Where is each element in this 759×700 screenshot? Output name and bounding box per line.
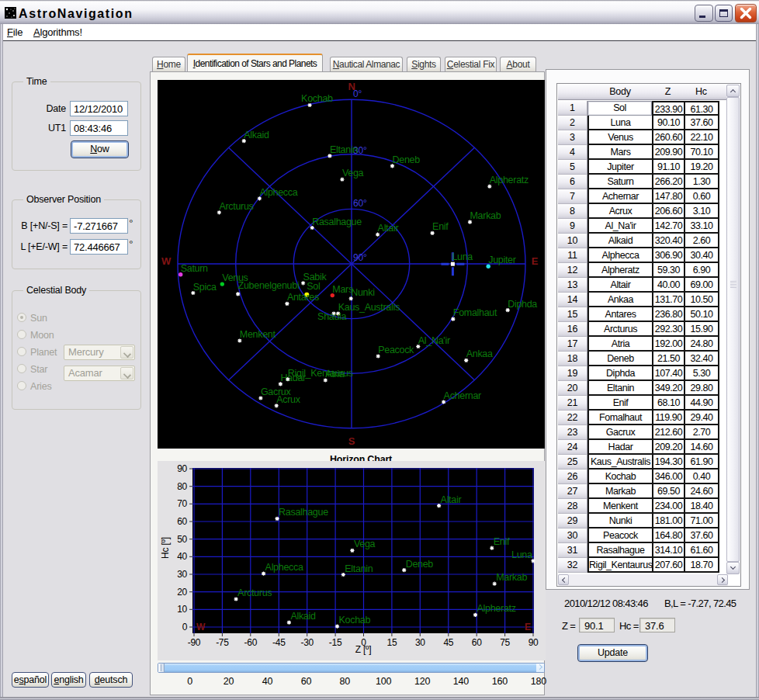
svg-text:Hc [º]: Hc [º]: [160, 537, 171, 559]
svg-text:Alpheratz: Alpheratz: [490, 175, 529, 185]
svg-text:E: E: [525, 622, 531, 632]
svg-text:0: 0: [182, 622, 188, 632]
svg-text:W: W: [161, 255, 172, 267]
svg-text:Sabik: Sabik: [303, 272, 328, 282]
svg-text:Arcturus: Arcturus: [237, 587, 272, 598]
svg-text:Enif: Enif: [432, 221, 449, 232]
svg-text:Mars: Mars: [332, 284, 353, 295]
svg-text:Ankaa: Ankaa: [466, 348, 493, 359]
svg-text:20: 20: [177, 587, 187, 598]
svg-text:-75: -75: [216, 637, 229, 648]
svg-text:Menkent: Menkent: [240, 329, 276, 340]
svg-text:Vega: Vega: [342, 168, 364, 178]
svg-text:E: E: [532, 255, 539, 267]
svg-text:Diphda: Diphda: [508, 299, 537, 310]
svg-text:Deneb: Deneb: [393, 154, 421, 165]
svg-text:W: W: [196, 622, 206, 632]
svg-text:Luna: Luna: [511, 549, 532, 560]
svg-text:Spica: Spica: [193, 282, 217, 293]
svg-text:Altair: Altair: [378, 223, 399, 234]
svg-text:-90: -90: [188, 637, 201, 648]
svg-text:40: 40: [177, 551, 187, 562]
svg-text:60: 60: [472, 637, 482, 648]
svg-text:Markab: Markab: [496, 572, 527, 583]
svg-text:0°: 0°: [353, 88, 362, 99]
svg-text:Alphecca: Alphecca: [259, 187, 297, 198]
svg-text:Nunki: Nunki: [351, 287, 374, 298]
svg-text:90: 90: [529, 637, 539, 648]
svg-text:-15: -15: [329, 637, 342, 648]
svg-text:75: 75: [500, 637, 510, 648]
svg-text:Eltanin: Eltanin: [345, 563, 373, 574]
svg-text:Gacrux: Gacrux: [261, 386, 292, 397]
svg-text:Rasalhague: Rasalhague: [312, 217, 362, 227]
svg-text:Alphecca: Alphecca: [265, 562, 303, 573]
svg-text:Kochab: Kochab: [339, 615, 371, 625]
svg-text:80: 80: [177, 481, 187, 492]
svg-text:Alpheratz: Alpheratz: [477, 603, 516, 614]
svg-text:Fomalhaut: Fomalhaut: [453, 307, 497, 318]
svg-text:-45: -45: [272, 637, 286, 648]
svg-text:90: 90: [177, 463, 187, 474]
svg-text:Rasalhague: Rasalhague: [279, 507, 328, 518]
svg-text:Arcturus: Arcturus: [219, 201, 253, 212]
svg-text:10: 10: [177, 604, 187, 615]
svg-text:Kochab: Kochab: [301, 93, 333, 104]
svg-text:Vega: Vega: [354, 539, 376, 549]
svg-text:Zubenelgenubi: Zubenelgenubi: [238, 280, 300, 291]
svg-text:Peacock: Peacock: [378, 345, 414, 355]
svg-text:Al_Na'ir: Al_Na'ir: [418, 335, 450, 346]
svg-text:45: 45: [443, 637, 453, 648]
svg-text:70: 70: [177, 498, 187, 509]
svg-text:Deneb: Deneb: [406, 559, 434, 570]
svg-text:90°: 90°: [353, 252, 367, 263]
svg-text:Kaus_Australis: Kaus_Australis: [338, 302, 400, 313]
svg-text:Luna: Luna: [452, 251, 473, 262]
svg-text:-60: -60: [244, 637, 258, 648]
svg-text:30: 30: [177, 569, 187, 580]
svg-text:Rigil_Kentaurus: Rigil_Kentaurus: [288, 368, 353, 379]
svg-text:30: 30: [415, 637, 425, 648]
svg-text:50: 50: [177, 534, 187, 545]
svg-text:Shaula: Shaula: [317, 311, 346, 322]
svg-text:Altair: Altair: [441, 494, 462, 505]
svg-text:Antares: Antares: [287, 292, 319, 303]
svg-text:Markab: Markab: [470, 210, 501, 221]
svg-text:Saturn: Saturn: [181, 263, 208, 274]
svg-text:Alkaid: Alkaid: [244, 130, 269, 140]
svg-text:Eltanin: Eltanin: [330, 144, 358, 155]
svg-text:60°: 60°: [353, 198, 367, 209]
svg-text:Achernar: Achernar: [444, 390, 481, 401]
svg-text:15: 15: [387, 637, 397, 648]
svg-text:S: S: [348, 435, 355, 447]
svg-text:Enif: Enif: [494, 536, 510, 547]
svg-text:Alkaid: Alkaid: [290, 611, 316, 622]
svg-text:60: 60: [177, 516, 187, 527]
svg-text:-30: -30: [300, 637, 314, 648]
svg-text:Z [º]: Z [º]: [355, 644, 372, 655]
svg-text:Jupiter: Jupiter: [488, 255, 516, 265]
svg-text:Sol: Sol: [307, 281, 320, 292]
